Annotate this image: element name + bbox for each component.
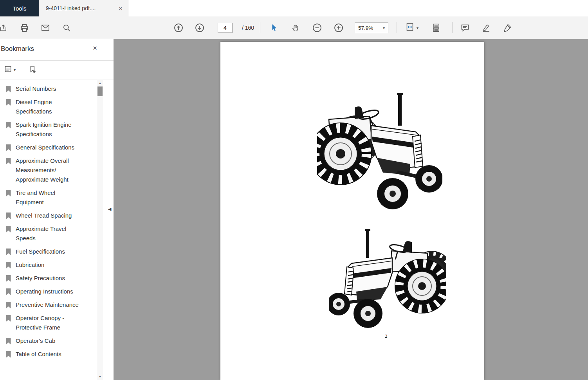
scrollbar-thumb[interactable] — [97, 86, 103, 96]
bookmarks-header: Bookmarks × — [0, 39, 114, 61]
scroll-up-arrow[interactable]: ▲ — [97, 80, 103, 86]
bookmark-item[interactable]: Spark Ignition Engine Specifications — [0, 118, 97, 141]
bookmark-item[interactable]: General Specifications — [0, 141, 97, 154]
zoom-level-dropdown[interactable]: 57.9% ▾ — [355, 22, 388, 33]
document-tab-label: 9-4011-Linked pdf.... — [46, 5, 96, 11]
scroll-down-arrow[interactable]: ▼ — [97, 374, 103, 380]
bookmark-icon — [5, 275, 11, 282]
signature-pen-icon — [503, 23, 512, 32]
bookmark-icon — [5, 315, 11, 322]
bookmark-item-label: Diesel Engine Specifications — [16, 97, 81, 116]
bookmark-icon — [5, 301, 11, 309]
bookmark-item[interactable]: Approximate Overall Measurements/ Approx… — [0, 154, 97, 186]
bookmark-item[interactable]: Fuel Specifications — [0, 245, 97, 258]
envelope-icon — [41, 23, 50, 32]
chevron-down-icon: ▾ — [417, 26, 418, 30]
bookmark-icon — [5, 85, 11, 93]
comment-bubble-icon — [460, 23, 470, 32]
search-icon — [62, 23, 71, 32]
bookmarks-title: Bookmarks — [1, 45, 34, 53]
pdf-page: 2 — [220, 42, 484, 380]
bookmark-item-label: Wheel Tread Spacing — [16, 211, 81, 220]
share-icon — [0, 23, 8, 32]
bookmark-item[interactable]: Operating Instructions — [0, 285, 97, 298]
pdf-viewer-window: Tools 9-4011-Linked pdf.... × — [0, 0, 588, 380]
hand-tool-button[interactable] — [288, 20, 303, 36]
chevron-down-icon: ▾ — [14, 68, 16, 72]
zoom-in-button[interactable] — [331, 20, 346, 36]
search-button[interactable] — [59, 20, 74, 36]
arrow-down-circle-icon — [195, 23, 205, 33]
bookmark-item-label: Table of Contents — [16, 349, 81, 359]
tab-close-icon[interactable]: × — [117, 4, 124, 13]
bookmark-item[interactable]: Tire and Wheel Equipment — [0, 186, 97, 209]
print-button[interactable] — [16, 20, 32, 36]
bookmark-item-label: Approximate Overall Measurements/ Approx… — [16, 156, 81, 184]
bookmark-icon — [5, 288, 11, 295]
bookmark-list: Serial Numbers Diesel Engine Specificati… — [0, 80, 97, 380]
bookmark-icon — [5, 189, 11, 197]
tractor-illustration-top — [317, 92, 442, 209]
bookmark-item[interactable]: Table of Contents — [0, 348, 97, 361]
bookmark-item[interactable]: Safety Precautions — [0, 272, 97, 285]
sidebar-scrollbar[interactable]: ▲ ▼ — [97, 80, 103, 380]
bookmark-item[interactable]: Operator's Cab — [0, 334, 97, 348]
options-panel-icon — [4, 65, 12, 75]
main-toolbar: / 160 — [0, 16, 588, 39]
highlight-button[interactable] — [478, 20, 494, 36]
bookmark-item[interactable]: Lubrication — [0, 258, 97, 272]
panel-close-icon[interactable]: × — [93, 44, 97, 52]
bookmark-item[interactable]: Wheel Tread Spacing — [0, 209, 97, 222]
tractor-illustration-bottom — [329, 229, 446, 331]
zoom-out-button[interactable] — [309, 20, 325, 36]
bookmark-item[interactable]: Approximate Travel Speeds — [0, 222, 97, 245]
select-cursor-icon — [270, 23, 278, 32]
bookmark-item-label: Operator's Cab — [16, 336, 81, 346]
bookmarks-toolbar: ▾ — [0, 61, 114, 79]
toolbar-divider — [452, 22, 453, 33]
plus-circle-icon — [334, 23, 344, 33]
bookmark-icon — [5, 157, 11, 165]
next-page-button[interactable] — [192, 20, 207, 36]
fit-width-icon — [405, 22, 415, 33]
tab-tools[interactable]: Tools — [0, 0, 39, 16]
bookmark-item-label: General Specifications — [16, 143, 81, 152]
share-button[interactable] — [0, 20, 11, 36]
comment-button[interactable] — [457, 20, 473, 36]
bookmark-item-label: Preventive Maintenance — [16, 300, 81, 310]
bookmark-item[interactable]: Diesel Engine Specifications — [0, 95, 97, 118]
select-tool-button[interactable] — [266, 20, 282, 36]
bookmark-item-label: Serial Numbers — [16, 84, 81, 94]
bookmark-icon — [5, 144, 11, 151]
bookmark-item-label: Safety Precautions — [16, 274, 81, 283]
previous-page-button[interactable] — [171, 20, 186, 36]
bookmark-item[interactable]: Operator Canopy - Protective Frame — [0, 312, 97, 334]
bookmark-item-label: Spark Ignition Engine Specifications — [16, 120, 81, 139]
bookmark-icon — [5, 225, 11, 233]
page-display-button[interactable] — [428, 20, 444, 36]
tab-document[interactable]: 9-4011-Linked pdf.... × — [39, 0, 128, 16]
chevron-down-icon: ▾ — [383, 26, 385, 30]
sign-button[interactable] — [500, 20, 515, 36]
minus-circle-icon — [312, 23, 322, 33]
bookmark-item[interactable]: Serial Numbers — [0, 82, 97, 95]
bookmark-item-label: Approximate Travel Speeds — [16, 224, 81, 243]
bookmark-icon — [5, 121, 11, 129]
expand-current-bookmark-button[interactable] — [27, 63, 39, 77]
bookmark-item[interactable]: Preventive Maintenance — [0, 298, 97, 312]
email-button[interactable] — [38, 20, 53, 36]
bookmark-options-button[interactable]: ▾ — [2, 63, 17, 76]
zoom-level-value: 57.9% — [358, 25, 373, 31]
bookmark-icon — [5, 212, 11, 220]
document-canvas[interactable]: 2 — [114, 39, 588, 380]
page-number-input[interactable] — [218, 23, 233, 33]
collapse-panel-button[interactable]: ◀ — [108, 207, 111, 212]
bookmark-icon — [5, 337, 11, 345]
bookmark-item-label: Operator Canopy - Protective Frame — [16, 313, 81, 332]
tab-bar: Tools 9-4011-Linked pdf.... × — [0, 0, 588, 16]
page-number-label: 2 — [385, 333, 388, 339]
bookmark-icon — [5, 351, 11, 358]
sidebar-toolbar-divider — [22, 65, 22, 75]
fit-width-button[interactable]: ▾ — [404, 20, 420, 36]
arrow-up-circle-icon — [173, 23, 184, 33]
